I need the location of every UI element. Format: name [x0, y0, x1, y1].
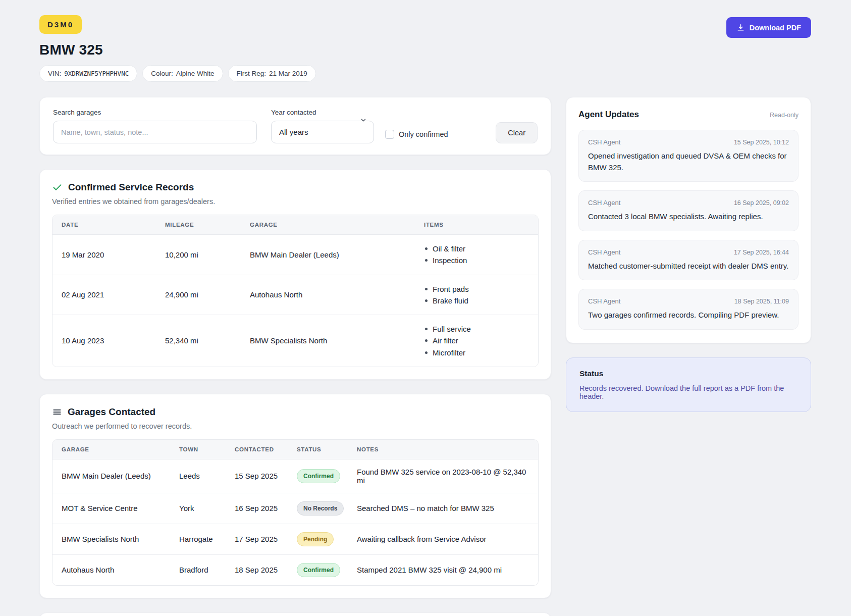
- table-header-row: Date Mileage Garage Items: [52, 215, 538, 235]
- agent-update-item: CSH Agent 15 Sep 2025, 10:12 Opened inve…: [578, 130, 799, 182]
- main-column: Search garages Year contacted All years: [39, 97, 551, 616]
- record-garage: Autohaus North: [241, 275, 415, 316]
- col-date: Date: [52, 215, 156, 235]
- record-mileage: 24,900 mi: [156, 275, 241, 316]
- garages-contacted-title: Garages Contacted: [68, 406, 155, 418]
- clear-filters-button[interactable]: Clear: [496, 122, 538, 143]
- garage-name: Autohaus North: [52, 555, 170, 585]
- vehicle-report-page: D3M0 BMW 325 VIN: 9XDRWZNF5YPHPHVNC Colo…: [0, 0, 851, 616]
- confirmed-records-subtitle: Verified entries we obtained from garage…: [52, 197, 539, 206]
- update-message: Contacted 3 local BMW specialists. Await…: [588, 211, 789, 223]
- vehicle-chips: VIN: 9XDRWZNF5YPHPHVNC Colour: Alpine Wh…: [39, 65, 316, 82]
- garage-notes: Awaiting callback from Service Advisor: [348, 524, 538, 555]
- update-message: Matched customer-submitted receipt with …: [588, 261, 789, 272]
- garage-name: BMW Specialists North: [52, 524, 170, 555]
- col-garage: Garage: [52, 440, 170, 459]
- garage-notes: Found BMW 325 service on 2023-08-10 @ 52…: [348, 459, 538, 493]
- agent-update-item: CSH Agent 17 Sep 2025, 16:44 Matched cus…: [578, 240, 799, 281]
- record-item: Oil & filter: [424, 243, 530, 254]
- garage-name: MOT & Service Centre: [52, 493, 170, 524]
- update-timestamp: 15 Sep 2025, 10:12: [734, 139, 789, 146]
- sidebar: Agent Updates Read-only CSH Agent 15 Sep…: [566, 97, 811, 412]
- service-record-row: 10 Aug 2023 52,340 mi BMW Specialists No…: [52, 315, 538, 367]
- search-label: Search garages: [53, 109, 257, 116]
- user-history-card: User Submitted History Entries provided …: [39, 612, 551, 616]
- update-timestamp: 16 Sep 2025, 09:02: [734, 199, 789, 207]
- header-left: D3M0 BMW 325 VIN: 9XDRWZNF5YPHPHVNC Colo…: [39, 15, 316, 82]
- garages-contacted-subtitle: Outreach we performed to recover records…: [52, 422, 539, 430]
- vin-chip: VIN: 9XDRWZNF5YPHPHVNC: [39, 65, 137, 82]
- update-timestamp: 18 Sep 2025, 11:09: [734, 298, 789, 305]
- year-select-value: All years: [279, 128, 308, 136]
- record-mileage: 52,340 mi: [156, 315, 241, 367]
- menu-icon: [52, 407, 62, 417]
- record-item: Full service: [424, 323, 530, 335]
- filter-card: Search garages Year contacted All years: [39, 97, 551, 155]
- only-confirmed-toggle[interactable]: Only confirmed: [385, 130, 448, 139]
- col-garage: Garage: [241, 215, 415, 235]
- agent-update-item: CSH Agent 16 Sep 2025, 09:02 Contacted 3…: [578, 190, 799, 231]
- only-confirmed-checkbox[interactable]: [385, 130, 394, 139]
- garages-contacted-card: Garages Contacted Outreach we performed …: [39, 394, 551, 598]
- update-author: CSH Agent: [588, 248, 620, 256]
- year-label: Year contacted: [271, 109, 374, 116]
- status-badge: Confirmed: [297, 469, 340, 483]
- record-item: Microfilter: [424, 347, 530, 358]
- garage-town: Leeds: [170, 459, 226, 493]
- record-item: Front pads: [424, 283, 530, 295]
- record-item: Brake fluid: [424, 295, 530, 306]
- page-title: BMW 325: [39, 42, 316, 58]
- demo-badge: D3M0: [39, 15, 82, 34]
- readonly-label: Read-only: [770, 112, 799, 119]
- check-icon: [52, 182, 63, 193]
- garage-contacted: 15 Sep 2025: [226, 459, 288, 493]
- garage-town: York: [170, 493, 226, 524]
- first-reg-label: First Reg:: [237, 70, 267, 77]
- garage-row: BMW Main Dealer (Leeds) Leeds 15 Sep 202…: [52, 459, 538, 493]
- garage-contacted: 18 Sep 2025: [226, 555, 288, 585]
- garage-contacted: 16 Sep 2025: [226, 493, 288, 524]
- garage-row: Autohaus North Bradford 18 Sep 2025 Conf…: [52, 555, 538, 585]
- status-badge: Pending: [297, 532, 334, 546]
- record-date: 19 Mar 2020: [52, 235, 156, 275]
- service-record-row: 19 Mar 2020 10,200 mi BMW Main Dealer (L…: [52, 235, 538, 275]
- table-header-row: Garage Town Contacted Status Notes: [52, 440, 538, 459]
- status-panel: Status Records recovered. Download the f…: [566, 357, 811, 412]
- chevron-down-icon: [360, 117, 367, 124]
- first-reg-chip: First Reg: 21 Mar 2019: [228, 65, 316, 82]
- col-mileage: Mileage: [156, 215, 241, 235]
- update-message: Two garages confirmed records. Compiling…: [588, 310, 789, 321]
- update-author: CSH Agent: [588, 199, 620, 207]
- update-author: CSH Agent: [588, 138, 620, 146]
- garage-contacted: 17 Sep 2025: [226, 524, 288, 555]
- agent-update-item: CSH Agent 18 Sep 2025, 11:09 Two garages…: [578, 289, 799, 330]
- service-record-row: 02 Aug 2021 24,900 mi Autohaus North Fro…: [52, 275, 538, 316]
- garage-name: BMW Main Dealer (Leeds): [52, 459, 170, 493]
- record-item: Inspection: [424, 254, 530, 266]
- year-select[interactable]: All years: [271, 121, 374, 143]
- page-header: D3M0 BMW 325 VIN: 9XDRWZNF5YPHPHVNC Colo…: [39, 15, 811, 82]
- vin-value: 9XDRWZNF5YPHPHVNC: [64, 70, 129, 77]
- status-message: Records recovered. Download the full rep…: [579, 384, 797, 400]
- first-reg-value: 21 Mar 2019: [269, 70, 307, 77]
- col-town: Town: [170, 440, 226, 459]
- record-garage: BMW Specialists North: [241, 315, 415, 367]
- col-notes: Notes: [348, 440, 538, 459]
- status-title: Status: [579, 369, 797, 378]
- update-message: Opened investigation and queued DVSA & O…: [588, 150, 789, 173]
- garage-town: Bradford: [170, 555, 226, 585]
- record-mileage: 10,200 mi: [156, 235, 241, 275]
- record-item: Air filter: [424, 335, 530, 346]
- colour-chip: Colour: Alpine White: [142, 65, 223, 82]
- year-field-group: Year contacted All years: [271, 109, 374, 143]
- col-status: Status: [288, 440, 348, 459]
- update-timestamp: 17 Sep 2025, 16:44: [734, 249, 789, 256]
- search-input[interactable]: [53, 121, 257, 143]
- only-confirmed-label: Only confirmed: [399, 130, 448, 138]
- download-icon: [736, 23, 745, 32]
- download-pdf-button[interactable]: Download PDF: [726, 17, 811, 38]
- download-pdf-label: Download PDF: [750, 24, 801, 32]
- record-garage: BMW Main Dealer (Leeds): [241, 235, 415, 275]
- agent-updates-card: Agent Updates Read-only CSH Agent 15 Sep…: [566, 97, 811, 343]
- agent-updates-title: Agent Updates: [578, 110, 639, 120]
